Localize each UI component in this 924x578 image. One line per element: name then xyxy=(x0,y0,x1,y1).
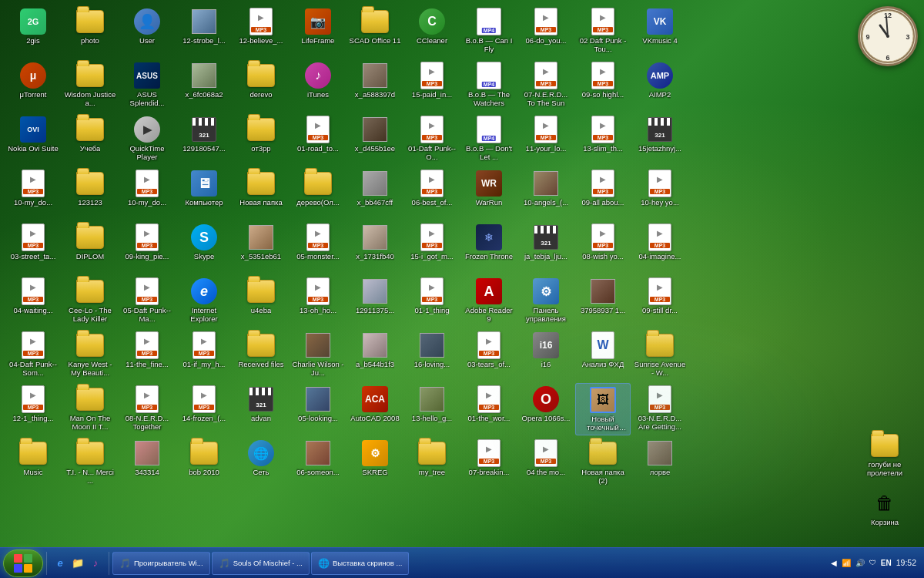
tray-arrow[interactable]: ◀ xyxy=(831,559,837,567)
icon-xd455b1ee[interactable]: x_d455b1ee xyxy=(347,113,403,166)
icon-mp3-12[interactable]: 14-frozen_(... xyxy=(176,383,232,435)
icon-mp3-10[interactable]: 08-N.E.R.D... Together xyxy=(119,383,175,435)
icon-clap-129180[interactable]: 129180547... xyxy=(176,113,232,166)
icon-mp3-19[interactable]: 06-best_of... xyxy=(404,167,460,220)
icon-folder-scad[interactable]: SCAD Office 11 xyxy=(347,5,403,58)
icon-vkmusic[interactable]: VK VKmusic 4 xyxy=(632,5,688,58)
icon-frozenthrone[interactable]: ❄ Frozen Throne xyxy=(461,221,517,274)
icon-recycle[interactable]: 🗑 Корзина xyxy=(857,487,912,539)
icon-ccleaner[interactable]: C CCleaner xyxy=(404,5,460,58)
icon-folder-manonmoon[interactable]: Man On The Moon II T... xyxy=(62,383,118,435)
icon-folder-derevo2[interactable]: дерево(Ол... xyxy=(290,167,346,220)
icon-mp3-21[interactable]: 01-1_thing xyxy=(404,275,460,328)
start-button[interactable] xyxy=(3,549,43,577)
tray-volume[interactable]: 🔊 xyxy=(855,559,865,567)
taskbar-btn-player[interactable]: 🎵 Проигрыватель Wi... xyxy=(112,552,210,575)
icon-mp3-29[interactable]: 02 Daft Punk - Tou... xyxy=(575,5,631,58)
icon-mp3-33[interactable]: 08-wish yo... xyxy=(575,221,631,274)
icon-mp3-1[interactable]: 10-my_do... xyxy=(5,167,61,220)
icon-skype[interactable]: S Skype xyxy=(176,221,232,274)
icon-mp3-25[interactable]: 06-do_you... xyxy=(518,5,574,58)
icon-2gis[interactable]: 2G 2gis xyxy=(5,5,61,58)
tray-time[interactable]: 19:52 xyxy=(896,558,916,569)
icon-asus[interactable]: ASUS ASUS Splendid... xyxy=(119,59,175,112)
icon-mp3-36[interactable]: 09-still dr... xyxy=(632,275,688,328)
icon-6fc068a2[interactable]: x_6fc068a2 xyxy=(176,59,232,112)
icon-noviy[interactable]: 🖼 Новый точечный рисунок xyxy=(575,383,631,435)
icon-13hellog[interactable]: 13-hello_g... xyxy=(404,383,460,435)
icon-folder-novaya2[interactable]: Новая папка (2) xyxy=(575,437,631,489)
icon-mp3-32[interactable]: 09-all abou... xyxy=(575,167,631,220)
icon-video-bob3[interactable]: B.o.B — Don't Let ... xyxy=(461,113,517,166)
icon-mp3-31[interactable]: 13-slim_th... xyxy=(575,113,631,166)
icon-folder-tl[interactable]: T.I. - N... Merci ... xyxy=(62,437,118,489)
icon-folder-derevo[interactable]: derevo xyxy=(233,59,289,112)
icon-mp3-17[interactable]: 15-paid_in... xyxy=(404,59,460,112)
icon-xbb467cff[interactable]: x_bb467cff xyxy=(347,167,403,220)
icon-folder-mytree[interactable]: my_tree xyxy=(404,437,460,489)
quicklaunch-explorer[interactable]: 📁 xyxy=(70,556,85,571)
icon-mp3-4[interactable]: 04-Daft Punk--Som... xyxy=(5,329,61,381)
quicklaunch-ie[interactable]: e xyxy=(52,556,68,571)
icon-mp3-20[interactable]: 15-i_got_m... xyxy=(404,221,460,274)
icon-set[interactable]: 🌐 Сеть xyxy=(233,437,289,489)
icon-mp3-16[interactable]: 13-oh_ho... xyxy=(290,275,346,328)
tray-network[interactable]: 📶 xyxy=(842,559,851,567)
icon-mp3-34[interactable]: 10-hey yo... xyxy=(632,167,688,220)
icon-ie[interactable]: e Internet Explorer xyxy=(176,275,232,328)
quicklaunch-player[interactable]: ♪ xyxy=(88,556,103,571)
icon-12911375[interactable]: 12911375... xyxy=(347,275,403,328)
icon-word-analiz[interactable]: Анализ ФХД xyxy=(575,329,631,381)
icon-clap-advan[interactable]: advan xyxy=(233,383,289,435)
icon-looking[interactable]: 05-looking... xyxy=(290,383,346,435)
icon-folder-photo[interactable]: photo xyxy=(62,5,118,58)
icon-folder-diplom[interactable]: DIPLOM xyxy=(62,221,118,274)
icon-itunes[interactable]: ♪ iTunes xyxy=(290,59,346,112)
icon-mp3-7[interactable]: 09-king_pie... xyxy=(119,221,175,274)
taskbar-btn-souls[interactable]: 🎵 Souls Of Mischief - ... xyxy=(212,552,310,575)
icon-user[interactable]: 👤 User xyxy=(119,5,175,58)
icon-343314[interactable]: 343314 xyxy=(119,437,175,489)
icon-warrun[interactable]: WR WarRun xyxy=(461,167,517,220)
icon-adobe[interactable]: A Adobe Reader 9 xyxy=(461,275,517,328)
icon-xa588397d[interactable]: x_a588397d xyxy=(347,59,403,112)
icon-mp3-28[interactable]: 04 the mo... xyxy=(518,437,574,489)
icon-16loving[interactable]: 16-loving... xyxy=(404,329,460,381)
language-indicator[interactable]: EN xyxy=(881,559,892,567)
icon-clap-jatebja[interactable]: ja_tebja_lju... xyxy=(518,221,574,274)
icon-folder-music[interactable]: Music xyxy=(5,437,61,489)
icon-folder-received[interactable]: Received files xyxy=(233,329,289,381)
icon-mp3-14[interactable]: 01-road_to... xyxy=(290,113,346,166)
icon-mp3-8[interactable]: 05-Daft Punk--Ma... xyxy=(119,275,175,328)
icon-folder-ucheba[interactable]: Учеба xyxy=(62,113,118,166)
icon-nokia-ovi[interactable]: OVI Nokia Ovi Suite xyxy=(5,113,61,166)
icon-x5351eb61[interactable]: x_5351eb61 xyxy=(233,221,289,274)
icon-panel[interactable]: ⚙ Панель управления xyxy=(518,275,574,328)
icon-mp3-15[interactable]: 05-monster... xyxy=(290,221,346,274)
icon-opera[interactable]: O Opera 1066s... xyxy=(518,383,574,435)
icon-mp3-35[interactable]: 04-imagine... xyxy=(632,221,688,274)
icon-mp3-37[interactable]: 03-N.E.R.D... Are Getting... xyxy=(632,383,688,435)
icon-mp3-18[interactable]: 01-Daft Punk--O... xyxy=(404,113,460,166)
icon-someone[interactable]: 06-someon... xyxy=(290,437,346,489)
icon-folder-123123[interactable]: 123123 xyxy=(62,167,118,220)
icon-i16[interactable]: i16 i16 xyxy=(518,329,574,381)
icon-mp3-22[interactable]: 03-tears_of... xyxy=(461,329,517,381)
icon-folder-bob2010[interactable]: bob 2010 xyxy=(176,437,232,489)
icon-mp3-11[interactable]: 01-if_my_h... xyxy=(176,329,232,381)
icon-mp3-27[interactable]: 11-your_lo... xyxy=(518,113,574,166)
icon-folder-wisdom[interactable]: Wisdom Justice a... xyxy=(62,59,118,112)
icon-mp3-26[interactable]: 07-N.E.R.D... To The Sun xyxy=(518,59,574,112)
icon-folder-u4eba[interactable]: u4eba xyxy=(233,275,289,328)
icon-lifeframe[interactable]: 📷 LifeFrame xyxy=(290,5,346,58)
icon-mp3-5[interactable]: 12-1_thing... xyxy=(5,383,61,435)
icon-skreg[interactable]: ⚙ SKREG xyxy=(347,437,403,489)
icon-video-bob1[interactable]: B.o.B — Can I Fly xyxy=(461,5,517,58)
icon-37958937[interactable]: 37958937 1... xyxy=(575,275,631,328)
icon-autocad[interactable]: ACA AutoCAD 2008 xyxy=(347,383,403,435)
icon-mp3-6[interactable]: 10-my_do... xyxy=(119,167,175,220)
icon-mp3-3[interactable]: 04-waiting... xyxy=(5,275,61,328)
icon-komputer[interactable]: 🖥 Компьютер xyxy=(176,167,232,220)
icon-folder-novaya[interactable]: Новая папка xyxy=(233,167,289,220)
icon-strobe[interactable]: 12-strobe_l... xyxy=(176,5,232,58)
